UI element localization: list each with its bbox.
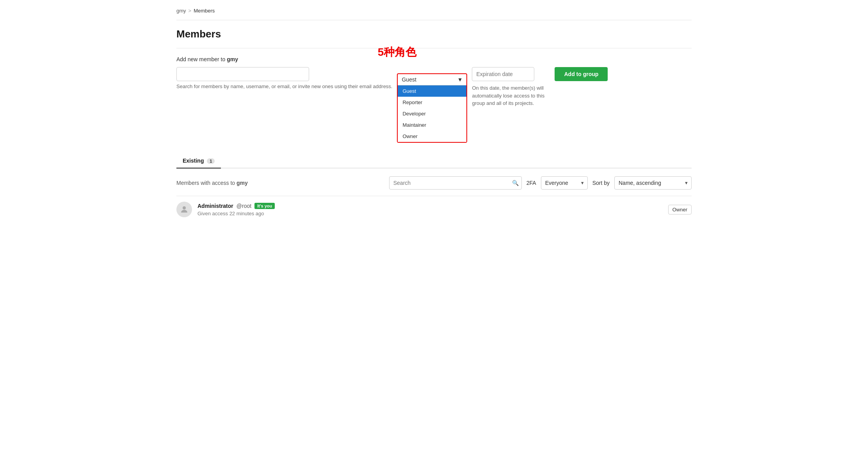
member-search-input[interactable]: gl — [176, 67, 309, 81]
member-name: Administrator — [197, 203, 233, 209]
add-member-label: Add new member to gmy — [176, 56, 692, 62]
filter-search-input[interactable] — [389, 176, 522, 190]
breadcrumb-separator: > — [189, 8, 192, 14]
sort-select-wrapper: Name, ascending Name, descending Last jo… — [614, 176, 692, 190]
role-dropdown-box: Guest ▼ Guest Reporter Developer Maintai… — [397, 73, 467, 143]
members-access-label: Members with access to gmy — [176, 180, 384, 186]
breadcrumb-parent[interactable]: gmy — [176, 8, 186, 14]
add-member-form: gl Search for members by name, username,… — [176, 67, 692, 143]
add-member-section: Add new member to gmy gl Search for memb… — [176, 56, 692, 143]
tab-existing[interactable]: Existing 1 — [176, 154, 221, 168]
member-username: @root — [237, 203, 251, 209]
role-option-owner[interactable]: Owner — [398, 131, 466, 142]
member-list: Administrator @root It's you Given acces… — [176, 196, 692, 223]
members-filter-bar: Members with access to gmy 🔍 2FA Everyon… — [176, 176, 692, 190]
breadcrumb: gmy > Members — [176, 8, 692, 14]
member-info: Administrator @root It's you Given acces… — [197, 203, 663, 216]
its-you-badge: It's you — [254, 203, 275, 209]
dropdown-chevron-icon: ▼ — [457, 76, 463, 83]
page-title: Members — [176, 28, 692, 40]
role-selected-label: Guest — [402, 76, 416, 83]
expiry-date-input[interactable] — [472, 67, 534, 81]
tab-existing-label: Existing — [183, 158, 204, 164]
role-option-guest[interactable]: Guest — [398, 85, 466, 97]
svg-point-0 — [183, 206, 186, 209]
add-to-group-button[interactable]: Add to group — [555, 67, 608, 81]
tab-existing-badge: 1 — [207, 158, 215, 164]
member-role-badge: Owner — [668, 205, 692, 214]
search-hint: Search for members by name, username, or… — [176, 83, 392, 89]
role-option-developer[interactable]: Developer — [398, 108, 466, 119]
search-icon-button[interactable]: 🔍 — [512, 180, 519, 186]
header-divider — [176, 20, 692, 20]
filter-search-wrapper: 🔍 — [389, 176, 522, 190]
breadcrumb-current: Members — [194, 8, 215, 14]
role-dropdown-header[interactable]: Guest ▼ — [398, 74, 466, 85]
role-dropdown-list: Guest Reporter Developer Maintainer Owne… — [398, 85, 466, 142]
role-dropdown-container: 5种角色 Guest ▼ Guest Reporter Developer Ma… — [397, 67, 467, 143]
member-name-row: Administrator @root It's you — [197, 203, 663, 209]
section-divider — [176, 48, 692, 48]
role-option-reporter[interactable]: Reporter — [398, 97, 466, 108]
role-option-maintainer[interactable]: Maintainer — [398, 119, 466, 131]
twofa-label: 2FA — [526, 180, 536, 186]
twofa-select-wrapper: Everyone Enabled Disabled ▼ — [541, 176, 588, 190]
sort-label: Sort by — [592, 180, 610, 186]
member-access-time: Given access 22 minutes ago — [197, 211, 663, 216]
existing-tabs: Existing 1 — [176, 154, 692, 168]
avatar — [176, 202, 192, 217]
sort-select[interactable]: Name, ascending Name, descending Last jo… — [614, 176, 692, 190]
twofa-select[interactable]: Everyone Enabled Disabled — [541, 176, 588, 190]
expiry-group: On this date, the member(s) will automat… — [472, 67, 550, 107]
member-input-col: gl Search for members by name, username,… — [176, 67, 392, 89]
table-row: Administrator @root It's you Given acces… — [176, 196, 692, 223]
expiry-note: On this date, the member(s) will automat… — [472, 84, 550, 107]
